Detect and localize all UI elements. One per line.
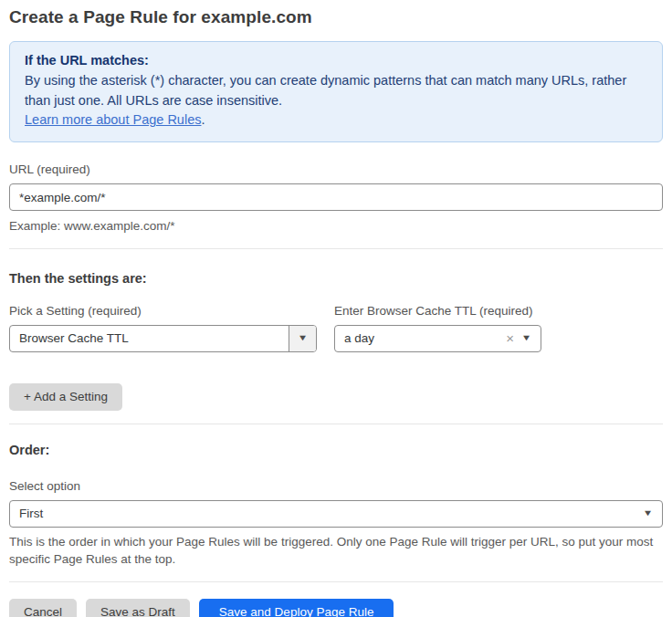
ttl-arrow-wrap[interactable]: ▼ <box>522 326 541 351</box>
order-help-text: This is the order in which your Page Rul… <box>9 533 663 569</box>
setting-picker-column: Pick a Setting (required) Browser Cache … <box>9 286 317 352</box>
clear-selection-icon[interactable]: × <box>500 326 522 351</box>
divider <box>9 424 663 424</box>
page-title: Create a Page Rule for example.com <box>9 7 663 27</box>
divider <box>9 581 663 582</box>
setting-picker-label: Pick a Setting (required) <box>9 304 317 318</box>
url-example-text: Example: www.example.com/* <box>9 217 663 235</box>
chevron-down-icon: ▼ <box>521 334 532 342</box>
chevron-down-icon: ▼ <box>643 509 654 518</box>
chevron-down-icon: ▼ <box>298 334 309 342</box>
order-section-heading: Order: <box>9 443 663 457</box>
add-setting-button[interactable]: + Add a Setting <box>9 383 122 411</box>
ttl-picker-column: Enter Browser Cache TTL (required) a day… <box>334 286 541 352</box>
add-setting-wrap: + Add a Setting <box>9 383 663 411</box>
setting-picker-value: Browser Cache TTL <box>10 326 289 351</box>
create-page-rule-panel: Create a Page Rule for example.com If th… <box>0 0 672 617</box>
divider <box>9 248 663 249</box>
settings-section-heading: Then the settings are: <box>9 271 663 286</box>
save-deploy-button[interactable]: Save and Deploy Page Rule <box>199 599 394 617</box>
info-box-body: By using the asterisk (*) character, you… <box>25 71 647 111</box>
order-arrow-wrap: ▼ <box>644 501 662 527</box>
dropdown-arrow-segment[interactable]: ▼ <box>289 326 316 351</box>
order-select-dropdown[interactable]: First ▼ <box>9 500 663 528</box>
info-box-heading: If the URL matches: <box>25 51 647 71</box>
order-select-value: First <box>10 501 644 527</box>
order-select-label: Select option <box>9 479 663 493</box>
save-draft-button[interactable]: Save as Draft <box>86 599 190 617</box>
settings-row: Pick a Setting (required) Browser Cache … <box>9 286 663 352</box>
ttl-picker-label: Enter Browser Cache TTL (required) <box>334 304 541 318</box>
url-match-info-box: If the URL matches: By using the asteris… <box>9 41 663 142</box>
cancel-button[interactable]: Cancel <box>9 599 77 617</box>
url-field-label: URL (required) <box>9 162 663 176</box>
link-suffix: . <box>201 112 205 127</box>
ttl-picker-dropdown[interactable]: a day × ▼ <box>334 325 541 352</box>
info-box-link-line: Learn more about Page Rules. <box>25 110 647 131</box>
setting-picker-dropdown[interactable]: Browser Cache TTL ▼ <box>9 325 317 352</box>
url-input[interactable] <box>9 183 663 211</box>
ttl-picker-value: a day <box>335 326 500 351</box>
footer-actions: Cancel Save as Draft Save and Deploy Pag… <box>9 599 663 617</box>
learn-more-link[interactable]: Learn more about Page Rules <box>25 112 201 127</box>
